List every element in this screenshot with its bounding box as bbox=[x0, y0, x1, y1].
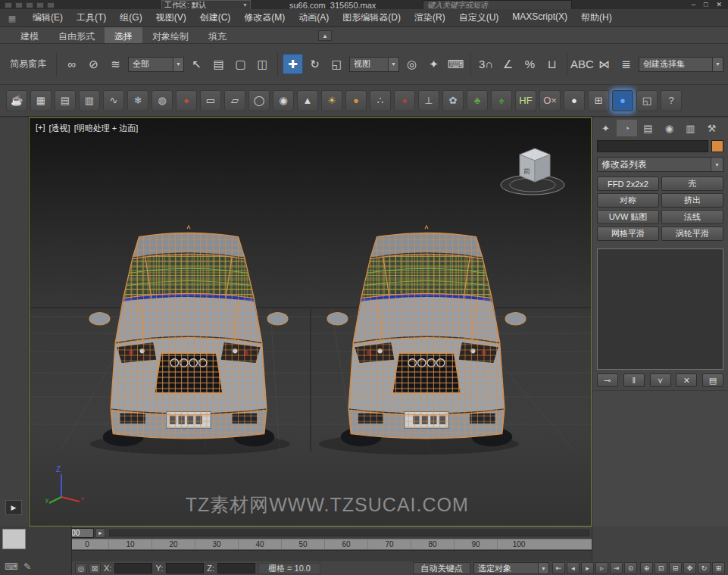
menu-item[interactable]: 自定义(U) bbox=[452, 8, 506, 27]
edit-named-selection-sets-icon[interactable]: ABC bbox=[572, 54, 592, 74]
perspective-viewport[interactable]: [+] [透视] [明暗处理 + 边面] 前 Z x y TZ素材网WWW.TZ… bbox=[29, 117, 592, 527]
ox-plugin-icon[interactable]: O× bbox=[539, 90, 561, 111]
environment-icon[interactable]: ❄ bbox=[127, 90, 148, 111]
chamfer-box-icon[interactable]: ▱ bbox=[224, 90, 245, 111]
cascade-windows-icon[interactable]: ◱ bbox=[636, 90, 658, 111]
maximize-button[interactable]: □ bbox=[704, 1, 708, 8]
bind-to-space-warp-icon[interactable]: ≋ bbox=[105, 54, 126, 74]
ribbon-tab[interactable]: 填充 bbox=[198, 27, 236, 43]
mirror-icon[interactable]: ⋈ bbox=[594, 54, 614, 74]
omni-light-icon[interactable]: ☀ bbox=[321, 90, 342, 111]
box-primitive-icon[interactable]: ▭ bbox=[200, 90, 221, 111]
select-and-link-icon[interactable]: ∞ bbox=[61, 54, 82, 74]
layers-icon[interactable]: ⊞ bbox=[588, 90, 609, 111]
next-frame-arrow-icon[interactable]: ► bbox=[95, 528, 105, 538]
scatter-icon[interactable]: ∴ bbox=[370, 90, 391, 111]
material-editor-icon[interactable]: ◍ bbox=[152, 90, 173, 111]
angle-snap-icon[interactable]: ∠ bbox=[498, 54, 518, 74]
unlink-selection-icon[interactable]: ⊘ bbox=[83, 54, 104, 74]
make-unique-icon[interactable]: ⋎ bbox=[650, 373, 671, 387]
cone-icon[interactable]: ▲ bbox=[297, 90, 318, 111]
ribbon-tab[interactable]: 自由形式 bbox=[48, 27, 105, 43]
viewport-pov-menu[interactable]: [透视] bbox=[49, 123, 70, 134]
play-icon[interactable]: ▸ bbox=[581, 562, 594, 574]
object-name-input[interactable] bbox=[597, 140, 708, 152]
spinner-snap-icon[interactable]: ⊔ bbox=[542, 54, 562, 74]
ribbon-tab[interactable]: 选择 bbox=[105, 27, 142, 43]
object-color-swatch[interactable] bbox=[711, 140, 723, 152]
ribbon-tab[interactable]: 建模 bbox=[11, 27, 48, 43]
new-scene-icon[interactable] bbox=[5, 2, 12, 8]
configure-modifier-sets-icon[interactable]: ▤ bbox=[702, 373, 723, 387]
time-slider[interactable]: ◄ 0 / 100 ► bbox=[29, 527, 592, 539]
utilities-tab-icon[interactable]: ⚒ bbox=[701, 120, 722, 136]
curve-editor-icon[interactable]: ∿ bbox=[103, 90, 124, 111]
percent-snap-icon[interactable]: % bbox=[520, 54, 540, 74]
render-production-icon[interactable]: ● bbox=[176, 90, 197, 111]
x-coordinate-input[interactable] bbox=[114, 563, 152, 573]
car-model-right[interactable] bbox=[327, 226, 526, 446]
redo-icon[interactable] bbox=[47, 2, 55, 8]
keyboard-override-icon[interactable]: ⌨ bbox=[445, 54, 466, 74]
create-tab-icon[interactable]: ✦ bbox=[595, 120, 616, 136]
pencil-icon[interactable]: ✎ bbox=[23, 561, 31, 572]
orbit-icon[interactable]: ↻ bbox=[698, 562, 711, 574]
zoom-extents-icon[interactable]: ⊡ bbox=[655, 562, 667, 574]
pan-icon[interactable]: ✥ bbox=[683, 562, 696, 574]
display-tab-icon[interactable]: ▥ bbox=[680, 120, 701, 136]
grass-icon[interactable]: ♣ bbox=[467, 90, 488, 111]
menu-item[interactable]: 动画(A) bbox=[292, 8, 336, 27]
key-mode-icon[interactable]: ⊙ bbox=[624, 562, 637, 574]
modifier-button[interactable]: 涡轮平滑 bbox=[661, 227, 723, 241]
modifier-button[interactable]: 挤出 bbox=[661, 193, 723, 208]
menu-item[interactable]: 工具(T) bbox=[70, 8, 113, 27]
select-by-name-icon[interactable]: ▤ bbox=[208, 54, 229, 74]
auto-key-button[interactable]: 自动关键点 bbox=[413, 562, 470, 574]
motion-tab-icon[interactable]: ◉ bbox=[659, 120, 680, 136]
menu-item[interactable]: 帮助(H) bbox=[574, 8, 619, 27]
active-tool-icon[interactable]: ● bbox=[612, 90, 633, 111]
viewport-shading-menu[interactable]: [明暗处理 + 边面] bbox=[74, 123, 139, 134]
modifier-button[interactable]: 法线 bbox=[661, 210, 723, 224]
minimize-button[interactable]: – bbox=[692, 1, 695, 8]
select-object-icon[interactable]: ↖ bbox=[186, 54, 207, 74]
modifier-button[interactable]: 壳 bbox=[661, 177, 723, 191]
select-and-rotate-icon[interactable]: ↻ bbox=[305, 54, 325, 74]
gear-flower-icon[interactable]: ✿ bbox=[442, 90, 464, 111]
ribbon-tab[interactable]: 对象绘制 bbox=[142, 27, 198, 43]
orange-sphere-icon[interactable]: ● bbox=[345, 90, 367, 111]
viewcube[interactable]: 前 bbox=[491, 138, 574, 200]
keyboard-icon[interactable]: ⌨ bbox=[5, 561, 17, 572]
z-coordinate-input[interactable] bbox=[217, 563, 255, 573]
viewport-general-menu[interactable]: [+] bbox=[36, 123, 45, 134]
track-bar[interactable]: 0102030405060708090100 bbox=[29, 539, 592, 550]
selection-lock-icon[interactable]: ⊠ bbox=[89, 563, 101, 574]
maxscript-mini-listener[interactable]: ⌨✎ bbox=[0, 527, 72, 575]
modifier-list-dropdown[interactable]: 修改器列表 ▼ bbox=[597, 157, 723, 172]
use-pivot-center-icon[interactable]: ◎ bbox=[401, 54, 422, 74]
go-to-end-icon[interactable]: ⇥ bbox=[610, 562, 623, 574]
maroon-sphere-icon[interactable]: ● bbox=[394, 90, 415, 111]
save-file-icon[interactable] bbox=[26, 2, 33, 8]
tree-icon[interactable]: ♠ bbox=[491, 90, 512, 111]
modifier-button[interactable]: 对称 bbox=[597, 193, 659, 208]
hierarchy-tab-icon[interactable]: ▤ bbox=[638, 120, 658, 136]
selection-filter-dropdown[interactable]: 全部 ▼ bbox=[128, 57, 184, 72]
modify-tab-icon[interactable]: ◔ bbox=[617, 120, 637, 136]
white-sphere-icon[interactable]: ● bbox=[564, 90, 585, 111]
schematic-view-icon[interactable]: ▤ bbox=[55, 90, 76, 111]
snap-toggle-icon[interactable]: 3∩ bbox=[476, 54, 496, 74]
previous-frame-icon[interactable]: ◂ bbox=[567, 562, 580, 574]
zoom-region-icon[interactable]: ⊟ bbox=[669, 562, 682, 574]
open-file-icon[interactable] bbox=[15, 2, 23, 8]
menu-item[interactable]: MAXScript(X) bbox=[505, 8, 574, 27]
close-button[interactable]: ✕ bbox=[716, 1, 722, 8]
align-icon[interactable]: ≣ bbox=[616, 54, 636, 74]
next-frame-icon[interactable]: ▹ bbox=[595, 562, 608, 574]
undo-icon[interactable] bbox=[36, 2, 44, 8]
layer-list-icon[interactable]: ▥ bbox=[79, 90, 100, 111]
sphere-icon[interactable]: ◉ bbox=[273, 90, 294, 111]
select-and-scale-icon[interactable]: ◱ bbox=[327, 54, 347, 74]
menu-item[interactable]: 渲染(R) bbox=[408, 8, 452, 27]
torus-icon[interactable]: ◯ bbox=[248, 90, 270, 111]
